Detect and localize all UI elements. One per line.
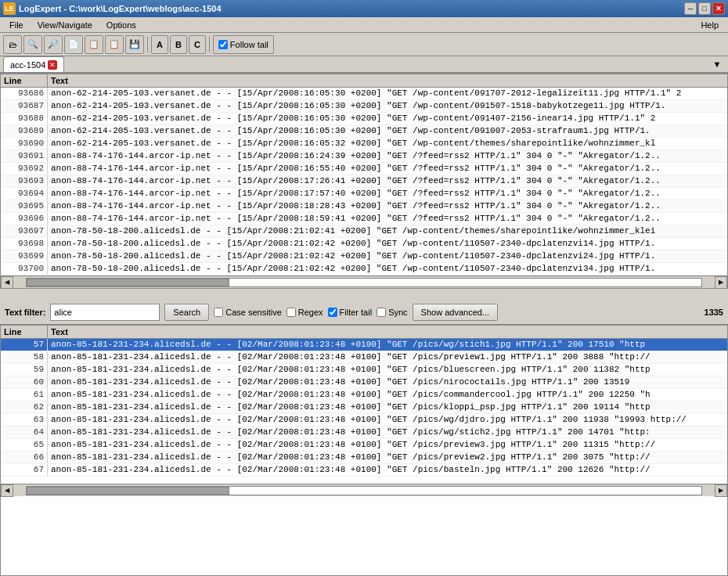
maximize-button[interactable]: □: [698, 2, 711, 15]
upper-log-line-num: 93686: [1, 88, 48, 99]
upper-log-row[interactable]: 93699anon-78-50-18-200.alicedsl.de - - […: [1, 250, 727, 263]
lower-log-text: anon-85-181-231-234.alicedsl.de - - [02/…: [48, 401, 727, 413]
upper-log-row[interactable]: 93700anon-78-50-18-200.alicedsl.de - - […: [1, 263, 727, 275]
sync-checkbox[interactable]: [377, 308, 386, 317]
upper-log-line-num: 93687: [1, 100, 48, 112]
upper-log-row[interactable]: 93688anon-62-214-205-103.versanet.de - -…: [1, 113, 727, 125]
lower-log-area: Line Text 57anon-85-181-231-234.alicedsl…: [0, 325, 728, 576]
menu-file[interactable]: File: [3, 19, 30, 31]
upper-log-text: anon-88-74-176-144.arcor-ip.net - - [15/…: [48, 163, 727, 175]
lower-log-row[interactable]: 57anon-85-181-231-234.alicedsl.de - - [0…: [1, 339, 727, 351]
tab-close-button[interactable]: ✕: [48, 60, 57, 70]
upper-log-text: anon-62-214-205-103.versanet.de - - [15/…: [48, 125, 727, 137]
regex-checkbox[interactable]: [287, 308, 296, 317]
separator-2: [209, 37, 210, 52]
upper-log-row[interactable]: 93691anon-88-74-176-144.arcor-ip.net - -…: [1, 150, 727, 163]
menu-options[interactable]: Options: [100, 19, 142, 31]
upper-hscrollbar[interactable]: ◀ ▶: [1, 275, 727, 288]
copy-button[interactable]: 📋: [85, 35, 103, 54]
lower-log-body[interactable]: 57anon-85-181-231-234.alicedsl.de - - [0…: [1, 339, 727, 484]
lower-log-header: Line Text: [1, 326, 727, 339]
save-button[interactable]: 💾: [125, 35, 144, 54]
label-a-button[interactable]: A: [151, 35, 168, 54]
lower-log-row[interactable]: 66anon-85-181-231-234.alicedsl.de - - [0…: [1, 452, 727, 464]
upper-log-row[interactable]: 93694anon-88-74-176-144.arcor-ip.net - -…: [1, 188, 727, 200]
upper-log-text: anon-62-214-205-103.versanet.de - - [15/…: [48, 113, 727, 124]
search-next-button[interactable]: 🔎: [44, 35, 63, 54]
lower-log-row[interactable]: 62anon-85-181-231-234.alicedsl.de - - [0…: [1, 401, 727, 414]
upper-log-line-num: 93699: [1, 250, 48, 262]
lower-hscroll-left-button[interactable]: ◀: [1, 484, 13, 497]
lower-log-row[interactable]: 64anon-85-181-231-234.alicedsl.de - - [0…: [1, 427, 727, 439]
case-sensitive-checkbox[interactable]: [214, 308, 223, 317]
lower-log-row[interactable]: 65anon-85-181-231-234.alicedsl.de - - [0…: [1, 439, 727, 452]
search-btn[interactable]: Search: [164, 304, 209, 321]
upper-log-row[interactable]: 93692anon-88-74-176-144.arcor-ip.net - -…: [1, 163, 727, 175]
upper-log-section: Line Text 93686anon-62-214-205-103.versa…: [0, 74, 728, 301]
lower-hscroll-track[interactable]: [26, 486, 702, 495]
lower-log-line-num: 67: [1, 464, 48, 476]
lower-hscrollbar[interactable]: ◀ ▶: [1, 484, 727, 496]
upper-log-row[interactable]: 93698anon-78-50-18-200.alicedsl.de - - […: [1, 238, 727, 250]
lower-log-text: anon-85-181-231-234.alicedsl.de - - [02/…: [48, 414, 727, 426]
label-c-button[interactable]: C: [189, 35, 206, 54]
upper-log-line-num: 93689: [1, 125, 48, 137]
tab-acc-1504[interactable]: acc-1504 ✕: [3, 56, 64, 72]
open-button[interactable]: 🗁: [3, 35, 22, 54]
upper-log-row[interactable]: 93689anon-62-214-205-103.versanet.de - -…: [1, 125, 727, 138]
minimize-button[interactable]: ─: [684, 2, 697, 15]
lower-hscroll-thumb[interactable]: [27, 487, 229, 495]
upper-log-line-num: 93692: [1, 163, 48, 175]
lower-log-row[interactable]: 61anon-85-181-231-234.alicedsl.de - - [0…: [1, 389, 727, 401]
toolbar: 🗁 🔍 🔎 📄 📋 📋 💾 A B C Follow tail: [0, 33, 728, 56]
filter-input[interactable]: [50, 304, 160, 321]
lower-log-row[interactable]: 63anon-85-181-231-234.alicedsl.de - - [0…: [1, 414, 727, 427]
hscroll-right-button[interactable]: ▶: [715, 276, 727, 289]
upper-log-line-num: 93688: [1, 113, 48, 124]
separator-1: [147, 37, 148, 52]
window-controls[interactable]: ─ □ ✕: [684, 2, 725, 15]
search-button[interactable]: 🔍: [23, 35, 42, 54]
upper-log-row[interactable]: 93686anon-62-214-205-103.versanet.de - -…: [1, 88, 727, 100]
paste-button[interactable]: 📋: [105, 35, 124, 54]
upper-log-row[interactable]: 93687anon-62-214-205-103.versanet.de - -…: [1, 100, 727, 113]
upper-log-row[interactable]: 93696anon-88-74-176-144.arcor-ip.net - -…: [1, 213, 727, 225]
hscroll-thumb[interactable]: [27, 279, 229, 286]
filter-tail-checkbox[interactable]: [328, 308, 337, 317]
upper-log-row[interactable]: 93697anon-78-50-18-200.alicedsl.de - - […: [1, 225, 727, 238]
regex-label: Regex: [287, 308, 323, 317]
new-tab-button[interactable]: 📄: [64, 35, 83, 54]
upper-log-row[interactable]: 93693anon-88-74-176-144.arcor-ip.net - -…: [1, 175, 727, 188]
title-bar: LE LogExpert - C:\work\LogExpert\weblogs…: [0, 0, 728, 17]
lower-hscroll-right-button[interactable]: ▶: [715, 484, 727, 497]
upper-log-line-num: 93690: [1, 138, 48, 149]
follow-tail-checkbox[interactable]: [218, 40, 228, 49]
upper-log-text: anon-62-214-205-103.versanet.de - - [15/…: [48, 100, 727, 112]
hscroll-track[interactable]: [26, 278, 702, 287]
upper-log-text: anon-88-74-176-144.arcor-ip.net - - [15/…: [48, 200, 727, 212]
upper-log-row[interactable]: 93690anon-62-214-205-103.versanet.de - -…: [1, 138, 727, 150]
menu-help[interactable]: Help: [694, 19, 725, 31]
menu-view-navigate[interactable]: View/Navigate: [31, 19, 99, 31]
lower-log-row[interactable]: 58anon-85-181-231-234.alicedsl.de - - [0…: [1, 351, 727, 364]
upper-log-row[interactable]: 93695anon-88-74-176-144.arcor-ip.net - -…: [1, 200, 727, 213]
follow-tail-button[interactable]: Follow tail: [213, 35, 274, 54]
follow-tail-label: Follow tail: [230, 40, 268, 49]
upper-log-body[interactable]: 93686anon-62-214-205-103.versanet.de - -…: [1, 88, 727, 275]
lower-log-text: anon-85-181-231-234.alicedsl.de - - [02/…: [48, 389, 727, 401]
lower-log-row[interactable]: 67anon-85-181-231-234.alicedsl.de - - [0…: [1, 464, 727, 477]
filter-tail-label: Filter tail: [328, 308, 373, 317]
lower-log-row[interactable]: 59anon-85-181-231-234.alicedsl.de - - [0…: [1, 364, 727, 376]
tab-dropdown-button[interactable]: ▼: [709, 56, 725, 72]
upper-log-text: anon-62-214-205-103.versanet.de - - [15/…: [48, 138, 727, 149]
label-b-button[interactable]: B: [170, 35, 187, 54]
lower-log-row[interactable]: 60anon-85-181-231-234.alicedsl.de - - [0…: [1, 376, 727, 389]
upper-log-text: anon-78-50-18-200.alicedsl.de - - [15/Ap…: [48, 263, 727, 275]
case-sensitive-text: Case sensitive: [225, 308, 282, 317]
upper-log-header: Line Text: [1, 74, 727, 88]
hscroll-left-button[interactable]: ◀: [1, 276, 13, 289]
lower-log-line-num: 64: [1, 427, 48, 438]
sync-label: Sync: [377, 308, 407, 317]
show-advanced-btn[interactable]: Show advanced...: [413, 304, 498, 321]
close-button[interactable]: ✕: [712, 2, 725, 15]
